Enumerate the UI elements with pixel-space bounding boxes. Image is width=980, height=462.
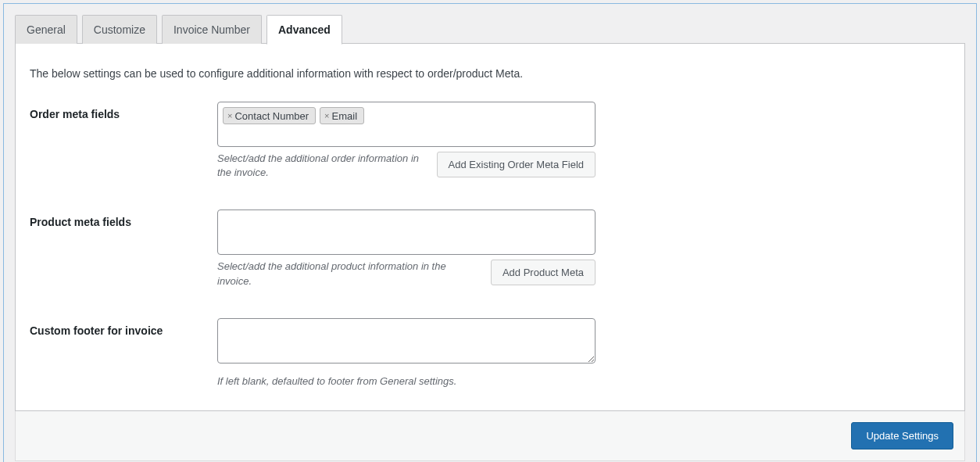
order-meta-input[interactable]: × Contact Number × Email bbox=[217, 102, 596, 147]
settings-frame: General Customize Invoice Number Advance… bbox=[3, 3, 977, 462]
tag-label: Contact Number bbox=[234, 110, 309, 122]
update-settings-button[interactable]: Update Settings bbox=[851, 422, 953, 449]
tabs-nav: General Customize Invoice Number Advance… bbox=[15, 15, 965, 44]
custom-footer-row: Custom footer for invoice If left blank,… bbox=[30, 318, 950, 387]
tag-email[interactable]: × Email bbox=[320, 107, 364, 124]
tab-customize[interactable]: Customize bbox=[82, 15, 157, 44]
product-meta-row: Product meta fields Select/add the addit… bbox=[30, 210, 950, 288]
add-order-meta-button[interactable]: Add Existing Order Meta Field bbox=[437, 152, 596, 177]
order-meta-help: Select/add the additional order informat… bbox=[217, 152, 437, 180]
order-meta-row: Order meta fields × Contact Number × Ema… bbox=[30, 102, 950, 180]
product-meta-label: Product meta fields bbox=[30, 210, 217, 228]
tag-contact-number[interactable]: × Contact Number bbox=[223, 107, 316, 124]
tab-invoice-number[interactable]: Invoice Number bbox=[162, 15, 262, 44]
settings-panel: The below settings can be used to config… bbox=[15, 43, 965, 411]
tag-label: Email bbox=[332, 110, 358, 122]
tab-general[interactable]: General bbox=[15, 15, 77, 44]
remove-tag-icon[interactable]: × bbox=[227, 111, 232, 120]
intro-text: The below settings can be used to config… bbox=[30, 67, 950, 80]
custom-footer-label: Custom footer for invoice bbox=[30, 318, 217, 337]
custom-footer-help: If left blank, defaulted to footer from … bbox=[217, 375, 596, 387]
actions-bar: Update Settings bbox=[15, 411, 965, 461]
tab-advanced[interactable]: Advanced bbox=[266, 15, 342, 45]
product-meta-help: Select/add the additional product inform… bbox=[217, 260, 491, 288]
remove-tag-icon[interactable]: × bbox=[324, 111, 329, 120]
custom-footer-textarea[interactable] bbox=[217, 318, 596, 364]
order-meta-label: Order meta fields bbox=[30, 102, 217, 120]
product-meta-input[interactable] bbox=[217, 210, 596, 255]
add-product-meta-button[interactable]: Add Product Meta bbox=[491, 260, 596, 285]
